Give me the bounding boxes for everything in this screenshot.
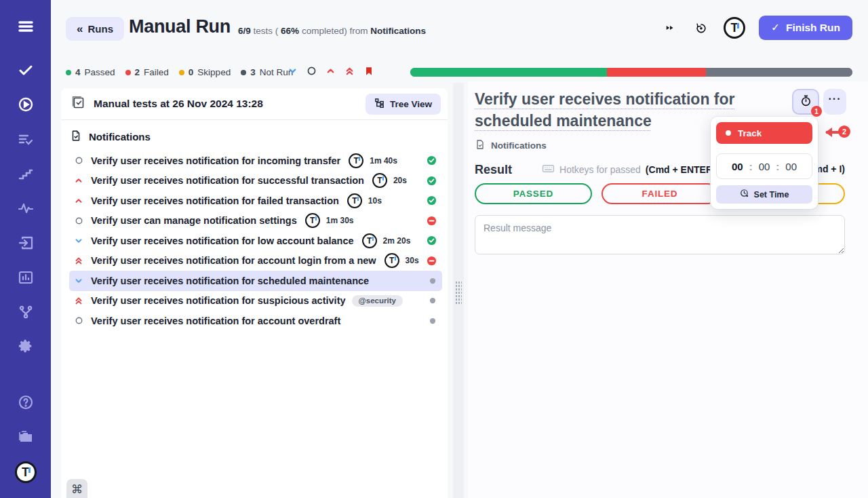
tests-check-icon[interactable] (16, 60, 36, 80)
test-row[interactable]: Verify user receives notification for sc… (69, 271, 442, 291)
test-duration: 10s (368, 196, 382, 206)
progress-segment-not_run (706, 68, 852, 77)
file-check-icon (70, 130, 82, 144)
projects-folder-icon[interactable] (16, 427, 36, 447)
command-shortcut-button[interactable]: ⌘ (66, 479, 87, 498)
sidebar: T (0, 0, 51, 498)
priority-normal-icon (73, 156, 84, 165)
test-row-title: Verify user receives notification for ac… (91, 315, 340, 326)
priority-normal-icon (73, 216, 84, 225)
logo-icon[interactable]: T (15, 461, 37, 483)
status-notrun-icon (429, 277, 437, 285)
test-row-title: Verify user receives notification for su… (91, 175, 364, 186)
suite-folder-row[interactable]: Notifications (61, 120, 448, 148)
status-passed-icon (427, 155, 437, 166)
result-label: Result (475, 163, 512, 177)
test-row-title: Verify user receives notification for sc… (91, 275, 369, 286)
progress-segment-failed (607, 68, 705, 77)
testomat-logo-icon: T (347, 193, 362, 208)
fast-forward-icon[interactable] (661, 19, 679, 37)
track-button[interactable]: Track (716, 122, 812, 144)
test-tag-badge[interactable]: @security (352, 295, 403, 307)
test-row[interactable]: Verify user can manage notification sett… (69, 211, 442, 231)
stopwatch-icon (800, 94, 812, 110)
legend-item[interactable]: 0Skipped (179, 67, 231, 77)
test-row[interactable]: Verify user receives notification for fa… (69, 191, 442, 211)
test-duration: 1m 40s (370, 156, 397, 166)
pulse-icon[interactable] (16, 198, 36, 218)
test-row[interactable]: Verify user receives notification for su… (69, 171, 442, 191)
filter-bookmark-icon[interactable] (363, 65, 374, 77)
filter-priority-highest-icon[interactable] (344, 65, 355, 77)
import-icon[interactable] (16, 233, 36, 253)
timer-history-icon[interactable] (692, 19, 710, 37)
failed-button[interactable]: FAILED (601, 183, 719, 204)
test-row[interactable]: Verify user receives notification for ac… (69, 251, 442, 271)
set-time-button[interactable]: Set Time (716, 185, 812, 204)
runs-play-icon[interactable] (16, 94, 36, 115)
test-row-title: Verify user can manage notification sett… (91, 215, 297, 226)
status-dot-icon (241, 70, 246, 75)
help-icon[interactable] (16, 392, 36, 413)
testomat-logo-icon: T (305, 213, 320, 228)
result-message-input[interactable] (475, 215, 845, 254)
run-progress-subtitle: 6/9 tests ( 66% completed) from Notifica… (238, 26, 426, 36)
filter-priority-low-icon[interactable] (287, 65, 298, 77)
tests-list-panel: Manual tests at 26 Nov 2024 13:28 Tree V… (61, 88, 448, 498)
finish-run-button[interactable]: ✓ Finish Run (759, 16, 852, 40)
passed-button[interactable]: PASSED (475, 183, 592, 204)
filter-priority-high-icon[interactable] (325, 65, 336, 77)
test-breadcrumb[interactable]: Notifications (475, 139, 547, 152)
test-duration: 2m 20s (383, 236, 411, 246)
testomat-logo-icon: T (384, 253, 399, 268)
record-dot-icon (726, 130, 731, 136)
more-options-button[interactable]: ··· (823, 89, 846, 115)
analytics-chart-icon[interactable] (16, 267, 36, 288)
test-row[interactable]: Verify user receives notification for in… (69, 151, 442, 171)
legend-item[interactable]: 3Not Run (241, 67, 293, 77)
plans-list-check-icon[interactable] (16, 129, 36, 149)
hotkeys-hint-fragment: md + I) (814, 164, 845, 174)
filter-priority-normal-icon[interactable] (306, 65, 317, 77)
chevrons-left-icon: « (77, 22, 83, 36)
clock-settings-icon (740, 189, 749, 200)
app-logo-icon[interactable]: T (724, 17, 745, 39)
testomat-logo-icon: T (349, 153, 363, 168)
legend-item[interactable]: 2Failed (125, 67, 169, 77)
test-row[interactable]: Verify user receives notification for ac… (69, 311, 442, 331)
legend-item[interactable]: 4Passed (66, 67, 115, 77)
status-dot-icon (179, 70, 184, 75)
status-failed-icon (427, 256, 437, 266)
status-notrun-icon (429, 317, 437, 325)
test-row[interactable]: Verify user receives notification for lo… (69, 231, 442, 251)
file-check-icon (475, 139, 486, 152)
back-to-runs-button[interactable]: « Runs (66, 17, 124, 41)
run-list-title: Manual tests at 26 Nov 2024 13:28 (94, 98, 263, 110)
branch-icon[interactable] (16, 302, 36, 322)
time-display[interactable]: 00 : 00 : 00 (716, 153, 812, 179)
test-detail-panel: Verify user receives notification for sc… (468, 81, 868, 498)
check-icon: ✓ (771, 22, 780, 34)
priority-highest-icon (73, 256, 84, 265)
header: « Runs Manual Run 6/9 tests ( 66% comple… (51, 0, 868, 58)
status-passed-icon (427, 235, 437, 246)
keyboard-icon (542, 162, 555, 177)
steps-icon[interactable] (16, 164, 36, 184)
annotation-badge-1: 1 (811, 106, 822, 117)
test-row-title: Verify user receives notification for lo… (91, 235, 354, 246)
page-title: Manual Run (129, 16, 231, 37)
test-row-title: Verify user receives notification for in… (91, 155, 340, 166)
menu-icon[interactable] (16, 16, 36, 37)
test-duration: 30s (406, 256, 419, 265)
priority-highest-icon (73, 296, 84, 305)
test-duration: 20s (393, 176, 407, 185)
status-dot-icon (66, 70, 71, 75)
panel-resize-handle[interactable] (453, 83, 464, 498)
tree-view-button[interactable]: Tree View (366, 94, 441, 115)
test-row[interactable]: Verify user receives notification for su… (69, 291, 442, 311)
priority-low-icon (73, 236, 84, 246)
grip-dots-icon (455, 281, 462, 305)
back-to-runs-label: Runs (87, 23, 113, 35)
settings-gear-icon[interactable] (16, 337, 36, 357)
priority-low-icon (73, 276, 84, 286)
